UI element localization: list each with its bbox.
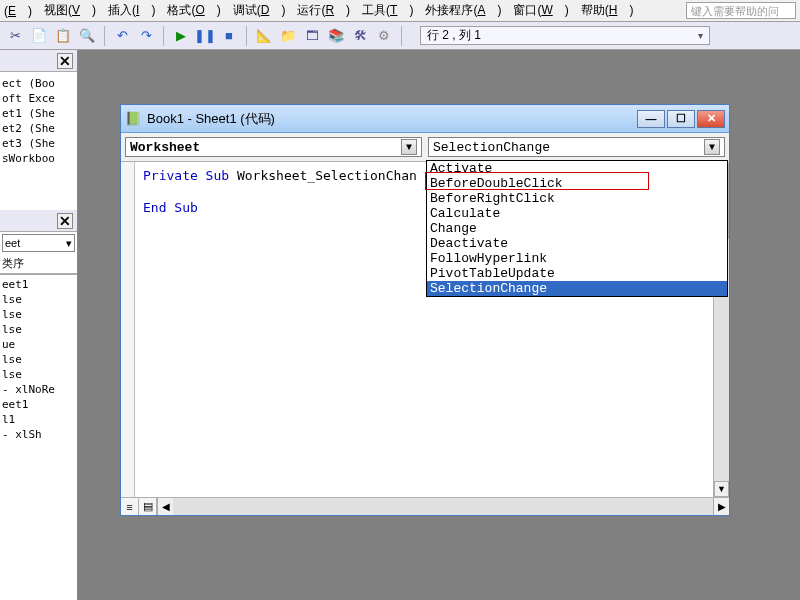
list-item[interactable]: - xlNoRe [2, 382, 75, 397]
menu-edit[interactable]: (E) [4, 4, 32, 18]
dropdown-option[interactable]: PivotTableUpdate [427, 266, 727, 281]
redo-icon[interactable]: ↷ [137, 27, 155, 45]
procedure-view-icon[interactable]: ≡ [121, 498, 139, 515]
list-item[interactable]: - xlSh [2, 427, 75, 442]
cut-icon[interactable]: ✂ [6, 27, 24, 45]
chevron-down-icon[interactable]: ▼ [401, 139, 417, 155]
help-search-input[interactable]: 键入需要帮助的问 [686, 2, 796, 19]
find-icon[interactable]: 🔍 [78, 27, 96, 45]
pause-icon[interactable]: ❚❚ [196, 27, 214, 45]
event-combo[interactable]: SelectionChange ▼ [428, 137, 725, 157]
list-item[interactable]: lse [2, 307, 75, 322]
run-icon[interactable]: ▶ [172, 27, 190, 45]
menu-run[interactable]: 运行(R) [297, 2, 350, 19]
object-browser-icon[interactable]: 📚 [327, 27, 345, 45]
list-item[interactable]: l1 [2, 412, 75, 427]
tree-item[interactable]: sWorkboo [2, 151, 75, 166]
tree-item[interactable]: ect (Boo [2, 76, 75, 91]
event-dropdown[interactable]: ActivateBeforeDoubleClickBeforeRightClic… [426, 160, 728, 297]
code-window-titlebar[interactable]: 📗 Book1 - Sheet1 (代码) — ☐ ✕ [121, 105, 729, 133]
menu-tools[interactable]: 工具(T) [362, 2, 413, 19]
options-icon[interactable]: ⚙ [375, 27, 393, 45]
dropdown-arrow-icon[interactable]: ▾ [698, 30, 703, 41]
full-module-view-icon[interactable]: ▤ [139, 498, 157, 515]
list-item[interactable]: eet1 [2, 397, 75, 412]
close-window-button[interactable]: ✕ [697, 110, 725, 128]
chevron-down-icon[interactable]: ▼ [704, 139, 720, 155]
stop-icon[interactable]: ■ [220, 27, 238, 45]
toolbar: ✂ 📄 📋 🔍 ↶ ↷ ▶ ❚❚ ■ 📐 📁 🗔 📚 🛠 ⚙ 行 2 , 列 1… [0, 22, 800, 50]
properties-icon[interactable]: 🗔 [303, 27, 321, 45]
project-tree[interactable]: ect (Boo oft Exce et1 (She et2 (She et3 … [0, 72, 77, 170]
dropdown-option[interactable]: BeforeRightClick [427, 191, 727, 206]
object-selector[interactable]: eet▾ [2, 234, 75, 252]
list-item[interactable]: lse [2, 322, 75, 337]
scroll-left-icon[interactable]: ◀ [157, 498, 173, 515]
code-window-title: Book1 - Sheet1 (代码) [147, 110, 275, 128]
close-properties-button[interactable]: ✕ [57, 213, 73, 229]
project-icon[interactable]: 📁 [279, 27, 297, 45]
dropdown-option[interactable]: Calculate [427, 206, 727, 221]
menu-window[interactable]: 窗口(W) [513, 2, 568, 19]
design-icon[interactable]: 📐 [255, 27, 273, 45]
object-combo[interactable]: Worksheet ▼ [125, 137, 422, 157]
list-item[interactable]: lse [2, 367, 75, 382]
menu-bar: (E) 视图(V) 插入(I) 格式(O) 调试(D) 运行(R) 工具(T) … [0, 0, 800, 22]
menu-view[interactable]: 视图(V) [44, 2, 96, 19]
menu-debug[interactable]: 调试(D) [233, 2, 286, 19]
code-window-icon: 📗 [125, 111, 141, 127]
editor-gutter [121, 162, 135, 497]
close-panel-button[interactable]: ✕ [57, 53, 73, 69]
dropdown-option[interactable]: SelectionChange [427, 281, 727, 296]
dropdown-option[interactable]: Deactivate [427, 236, 727, 251]
list-item[interactable]: lse [2, 292, 75, 307]
project-explorer: ✕ ect (Boo oft Exce et1 (She et2 (She et… [0, 50, 78, 600]
properties-list[interactable]: eet1 lse lse lse ue lse lse - xlNoRe eet… [0, 274, 77, 444]
maximize-button[interactable]: ☐ [667, 110, 695, 128]
dropdown-option[interactable]: Change [427, 221, 727, 236]
cursor-position: 行 2 , 列 1 ▾ [420, 26, 710, 45]
minimize-button[interactable]: — [637, 110, 665, 128]
menu-addins[interactable]: 外接程序(A) [425, 2, 501, 19]
menu-insert[interactable]: 插入(I) [108, 2, 155, 19]
paste-icon[interactable]: 📋 [54, 27, 72, 45]
list-item[interactable]: eet1 [2, 277, 75, 292]
toolbox-icon[interactable]: 🛠 [351, 27, 369, 45]
tree-item[interactable]: et1 (She [2, 106, 75, 121]
undo-icon[interactable]: ↶ [113, 27, 131, 45]
properties-tab-label[interactable]: 类序 [0, 254, 77, 274]
scroll-right-icon[interactable]: ▶ [713, 498, 729, 515]
tree-item[interactable]: oft Exce [2, 91, 75, 106]
dropdown-option[interactable]: Activate [427, 161, 727, 176]
menu-help[interactable]: 帮助(H) [581, 2, 634, 19]
tree-item[interactable]: et2 (She [2, 121, 75, 136]
cursor-position-text: 行 2 , 列 1 [427, 27, 481, 44]
copy-icon[interactable]: 📄 [30, 27, 48, 45]
list-item[interactable]: lse [2, 352, 75, 367]
dropdown-option[interactable]: BeforeDoubleClick [427, 176, 727, 191]
list-item[interactable]: ue [2, 337, 75, 352]
horizontal-scrollbar[interactable]: ≡ ▤ ◀ ▶ [121, 497, 729, 515]
scroll-down-icon[interactable]: ▼ [714, 481, 729, 497]
tree-item[interactable]: et3 (She [2, 136, 75, 151]
menu-format[interactable]: 格式(O) [167, 2, 220, 19]
dropdown-option[interactable]: FollowHyperlink [427, 251, 727, 266]
